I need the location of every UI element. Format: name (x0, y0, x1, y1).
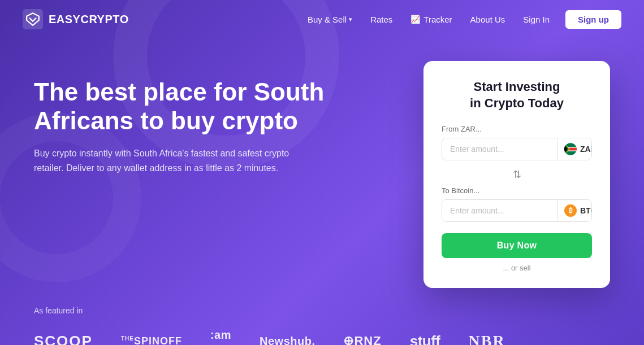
nav-about[interactable]: About Us (464, 11, 512, 28)
hero-title: The best place for South Africans to buy… (34, 78, 401, 135)
from-currency-label: ZAR (580, 145, 592, 154)
buy-now-button[interactable]: Buy Now (442, 233, 592, 258)
from-label: From ZAR... (442, 125, 592, 133)
featured-stuff: stuff (410, 333, 440, 345)
featured-section: As featured in SCOOP THESPINOFF :amshow … (0, 288, 644, 345)
nav-buy-sell[interactable]: Buy & Sell (301, 11, 359, 28)
to-currency-selector[interactable]: ₿ BTC ▾ (557, 200, 592, 221)
to-label: To Bitcoin... (442, 186, 592, 195)
tracker-chart-icon: 📈 (410, 15, 420, 24)
featured-scoop: SCOOP (34, 333, 93, 345)
exchange-card: Start Investingin Crypto Today From ZAR.… (423, 61, 610, 288)
featured-newshub: Newshub. (260, 335, 315, 345)
nav-links: Buy & Sell Rates 📈 Tracker About Us Sign… (301, 10, 621, 29)
featured-rnz: ⊕RNZ (343, 334, 381, 345)
to-amount-input[interactable] (442, 200, 557, 221)
zar-flag-icon (564, 143, 577, 155)
featured-nbr: NBR (469, 332, 505, 345)
signup-button[interactable]: Sign up (565, 10, 621, 29)
btc-icon: ₿ (564, 204, 577, 217)
nav-rates[interactable]: Rates (364, 11, 399, 28)
from-amount-input[interactable] (442, 138, 557, 160)
logo-text: EASYCRYPTO (49, 13, 129, 26)
featured-logos-row: SCOOP THESPINOFF :amshow Newshub. ⊕RNZ s… (34, 329, 610, 345)
logo-icon (23, 9, 43, 29)
to-currency-label: BTC (580, 206, 592, 215)
featured-label: As featured in (34, 306, 610, 315)
card-title: Start Investingin Crypto Today (442, 79, 592, 111)
from-currency-selector[interactable]: ZAR ▾ (557, 138, 592, 160)
hero-subtitle: Buy crypto instantly with South Africa's… (34, 146, 294, 175)
hero-section: The best place for South Africans to buy… (34, 61, 401, 175)
featured-am: :amshow (210, 329, 231, 345)
to-input-row: ₿ BTC ▾ (442, 199, 592, 222)
featured-spinoff: THESPINOFF (121, 335, 182, 345)
from-input-row: ZAR ▾ (442, 138, 592, 160)
svg-rect-0 (23, 9, 43, 29)
sell-link[interactable]: ... or sell (442, 264, 592, 272)
nav-signin[interactable]: Sign In (516, 11, 556, 28)
nav-tracker[interactable]: 📈 Tracker (404, 11, 459, 28)
main-content: The best place for South Africans to buy… (0, 38, 644, 288)
logo-link[interactable]: EASYCRYPTO (23, 9, 129, 29)
swap-button[interactable]: ⇅ (442, 163, 592, 186)
navbar: EASYCRYPTO Buy & Sell Rates 📈 Tracker Ab… (0, 0, 644, 38)
